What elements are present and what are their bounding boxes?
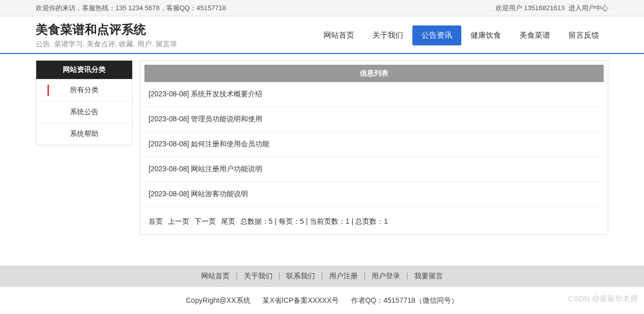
- watermark: CSDN @黄菊华老师: [568, 294, 638, 304]
- pager-current-label: 当前页数：: [310, 217, 345, 225]
- pager-perpage: 5: [300, 217, 304, 225]
- main-nav: 网站首页 关于我们 公告资讯 健康饮食 美食菜谱 留言反馈: [314, 25, 608, 45]
- footer-link[interactable]: 网站首页: [201, 272, 230, 280]
- pager-perpage-label: 每页：: [279, 217, 300, 225]
- nav-health[interactable]: 健康饮食: [461, 25, 510, 45]
- pager-last[interactable]: 尾页: [221, 217, 235, 225]
- sidebar-item-announce[interactable]: 系统公告: [36, 101, 132, 123]
- topbar-right: 欢迎用户 13516821613 进入用户中心: [496, 0, 608, 16]
- footer-link[interactable]: 我要留言: [414, 272, 443, 280]
- copyright-text3: 作者QQ：45157718（微信同号）: [351, 296, 458, 304]
- pager: 首页 上一页 下一页 尾页 总数据：5 | 每页：5 | 当前页数：1 | 总页…: [144, 207, 604, 230]
- sidebar: 网站资讯分类 所有分类 系统公告 系统帮助: [36, 60, 133, 145]
- pager-total-label: 总数据：: [240, 217, 269, 225]
- list-item[interactable]: [2023-08-08] 系统开发技术概要介绍: [144, 82, 604, 107]
- sidebar-item-help[interactable]: 系统帮助: [36, 123, 132, 145]
- topbar: 欢迎你的来访，客服热线：135 1234 5678，客服QQ：45157718 …: [0, 0, 644, 16]
- footer-sep: |: [321, 272, 323, 280]
- nav-recipes[interactable]: 美食菜谱: [510, 25, 559, 45]
- sidebar-item-all[interactable]: 所有分类: [36, 79, 132, 101]
- nav-feedback[interactable]: 留言反馈: [559, 25, 608, 45]
- footer-sep: |: [406, 272, 408, 280]
- list-item[interactable]: [2023-08-08] 网站注册用户功能说明: [144, 157, 604, 182]
- nav-news[interactable]: 公告资讯: [412, 25, 461, 45]
- footer-link[interactable]: 用户登录: [371, 272, 400, 280]
- main-panel: 信息列表 [2023-08-08] 系统开发技术概要介绍[2023-08-08]…: [140, 60, 608, 235]
- nav-about[interactable]: 关于我们: [363, 25, 412, 45]
- list-item[interactable]: [2023-08-08] 如何注册和使用会员功能: [144, 132, 604, 157]
- main-header: 信息列表: [144, 65, 604, 82]
- sep: |: [306, 217, 310, 225]
- sep: |: [275, 217, 279, 225]
- pager-first[interactable]: 首页: [148, 217, 163, 225]
- copyright: CopyRight@XX系统 某X省ICP备案XXXXX号 作者QQ：45157…: [0, 287, 644, 314]
- logo-block: 美食菜谱和点评系统 公告. 菜谱学习. 美食点评. 收藏. 用户. 留言等: [36, 21, 177, 49]
- user-center-link[interactable]: 进入用户中心: [568, 4, 608, 12]
- footer-link[interactable]: 关于我们: [244, 272, 273, 280]
- pager-totalpages-label: 总页数：: [355, 217, 384, 225]
- pager-prev[interactable]: 上一页: [168, 217, 189, 225]
- pager-next[interactable]: 下一页: [194, 217, 216, 225]
- sidebar-header: 网站资讯分类: [36, 61, 132, 79]
- list-item[interactable]: [2023-08-08] 网站游客功能说明: [144, 182, 604, 207]
- site-subtitle: 公告. 菜谱学习. 美食点评. 收藏. 用户. 留言等: [36, 40, 177, 49]
- header: 美食菜谱和点评系统 公告. 菜谱学习. 美食点评. 收藏. 用户. 留言等 网站…: [0, 16, 644, 54]
- nav-home[interactable]: 网站首页: [314, 25, 363, 45]
- username: 13516821613: [524, 4, 565, 12]
- list-item[interactable]: [2023-08-08] 管理员功能说明和使用: [144, 107, 604, 132]
- topbar-left: 欢迎你的来访，客服热线：135 1234 5678，客服QQ：45157718: [36, 0, 226, 16]
- pager-total: 5: [269, 217, 273, 225]
- copyright-text2: 某X省ICP备案XXXXX号: [262, 296, 338, 304]
- footer-sep: |: [364, 272, 366, 280]
- footer-sep: |: [279, 272, 281, 280]
- container: 网站资讯分类 所有分类 系统公告 系统帮助 信息列表 [2023-08-08] …: [0, 54, 644, 250]
- copyright-text1: CopyRight@XX系统: [186, 296, 250, 304]
- footer-sep: |: [236, 272, 238, 280]
- pager-totalpages: 1: [384, 217, 388, 225]
- footer-link[interactable]: 联系我们: [286, 272, 315, 280]
- footer-link[interactable]: 用户注册: [329, 272, 358, 280]
- footer-nav: 网站首页|关于我们|联系我们|用户注册|用户登录|我要留言: [0, 266, 644, 287]
- welcome-prefix: 欢迎用户: [496, 4, 522, 12]
- site-title: 美食菜谱和点评系统: [36, 21, 177, 38]
- article-list: [2023-08-08] 系统开发技术概要介绍[2023-08-08] 管理员功…: [144, 82, 604, 207]
- pager-current: 1: [345, 217, 350, 225]
